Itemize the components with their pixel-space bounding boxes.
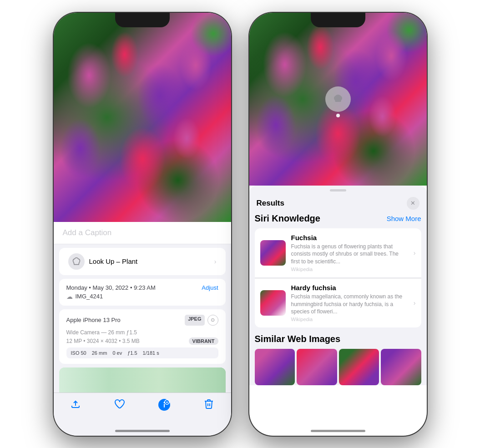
lookup-icon xyxy=(68,253,85,270)
results-title: Results xyxy=(257,199,284,208)
camera-specs: Wide Camera — 26 mm ƒ1.5 xyxy=(66,329,218,336)
delete-button[interactable] xyxy=(203,398,214,409)
resolution-text: 12 MP • 3024 × 4032 • 3.5 MB xyxy=(66,338,140,344)
similar-images-header: Similar Web Images xyxy=(255,334,421,344)
results-sheet: Results ✕ Siri Knowledge Show More xyxy=(249,186,427,386)
lookup-label: Look Up – Plant xyxy=(89,257,138,265)
close-button[interactable]: ✕ xyxy=(407,197,419,210)
svg-rect-2 xyxy=(164,404,165,408)
lookup-chevron: › xyxy=(214,258,217,265)
location-icon: ⊙ xyxy=(207,315,218,326)
lookup-row[interactable]: Look Up – Plant › xyxy=(59,248,226,275)
siri-knowledge-header: Siri Knowledge Show More xyxy=(255,213,421,224)
adjust-button[interactable]: Adjust xyxy=(202,284,218,291)
caption-placeholder[interactable]: Add a Caption xyxy=(63,228,112,237)
cloud-icon: ☁ xyxy=(66,293,73,300)
similar-images-title: Similar Web Images xyxy=(255,334,341,344)
share-button[interactable] xyxy=(70,398,81,409)
similar-image-4[interactable] xyxy=(381,349,421,385)
hardy-fuchsia-chevron: › xyxy=(414,299,416,307)
meta-section: Monday • May 30, 2022 • 9:23 AM Adjust ☁… xyxy=(59,279,226,306)
favorite-button[interactable] xyxy=(114,398,125,409)
home-indicator xyxy=(115,430,170,432)
exif-ev: 0 ev xyxy=(112,350,122,356)
similar-images-grid xyxy=(255,349,421,385)
hardy-fuchsia-desc: Fuchsia magellanica, commonly known as t… xyxy=(291,293,407,316)
vibrant-badge: VIBRANT xyxy=(189,337,218,345)
fuchsia-source: Wikipedia xyxy=(291,267,407,272)
similar-image-1[interactable] xyxy=(255,349,295,385)
similar-image-3[interactable] xyxy=(339,349,379,385)
info-panel: Add a Caption Look Up – Plant › Monday •… xyxy=(54,222,231,408)
device-name: Apple iPhone 13 Pro xyxy=(66,317,121,323)
filename-text: IMG_4241 xyxy=(76,293,103,300)
fuchsia-thumbnail xyxy=(260,240,286,266)
fuchsia-text: Fuchsia Fuchsia is a genus of flowering … xyxy=(291,234,416,272)
left-phone: Add a Caption Look Up – Plant › Monday •… xyxy=(54,13,231,436)
exif-focal: 26 mm xyxy=(92,350,107,356)
hardy-fuchsia-source: Wikipedia xyxy=(291,317,407,322)
knowledge-item-fuchsia[interactable]: Fuchsia Fuchsia is a genus of flowering … xyxy=(255,228,421,278)
bottom-toolbar: ✦ xyxy=(54,393,231,436)
knowledge-card: Fuchsia Fuchsia is a genus of flowering … xyxy=(255,228,421,328)
photo-display xyxy=(54,13,231,222)
caption-section[interactable]: Add a Caption xyxy=(54,222,231,244)
hardy-fuchsia-thumbnail xyxy=(260,290,286,316)
right-photo-display xyxy=(249,13,427,186)
exif-aperture: ƒ1.5 xyxy=(127,350,137,356)
svg-text:✦: ✦ xyxy=(166,401,168,404)
exif-iso: ISO 50 xyxy=(71,350,86,356)
device-section: Apple iPhone 13 Pro JPEG ⊙ Wide Camera —… xyxy=(59,309,226,364)
results-header: Results ✕ xyxy=(249,191,427,213)
fuchsia-name: Fuchsia xyxy=(291,234,407,242)
hardy-fuchsia-text: Hardy fuchsia Fuchsia magellanica, commo… xyxy=(291,284,416,322)
siri-knowledge-title: Siri Knowledge xyxy=(255,213,320,224)
format-badge: JPEG xyxy=(185,315,204,326)
fuchsia-desc: Fuchsia is a genus of flowering plants t… xyxy=(291,243,407,266)
knowledge-item-hardy-fuchsia[interactable]: Hardy fuchsia Fuchsia magellanica, commo… xyxy=(255,278,421,327)
similar-image-2[interactable] xyxy=(297,349,337,385)
vi-dot xyxy=(336,114,340,117)
show-more-button[interactable]: Show More xyxy=(387,215,421,222)
fuchsia-chevron: › xyxy=(414,249,416,257)
date-text: Monday • May 30, 2022 • 9:23 AM xyxy=(66,284,156,291)
visual-intelligence-button[interactable] xyxy=(325,86,351,112)
exif-shutter: 1/181 s xyxy=(143,350,159,356)
hardy-fuchsia-name: Hardy fuchsia xyxy=(291,284,407,292)
right-phone: Results ✕ Siri Knowledge Show More xyxy=(249,13,427,436)
exif-row: ISO 50 26 mm 0 ev ƒ1.5 1/181 s xyxy=(66,347,218,358)
right-home-indicator xyxy=(311,430,365,432)
results-content: Siri Knowledge Show More Fuchsia Fuchsia… xyxy=(249,213,427,386)
info-button[interactable]: ✦ xyxy=(158,398,171,411)
